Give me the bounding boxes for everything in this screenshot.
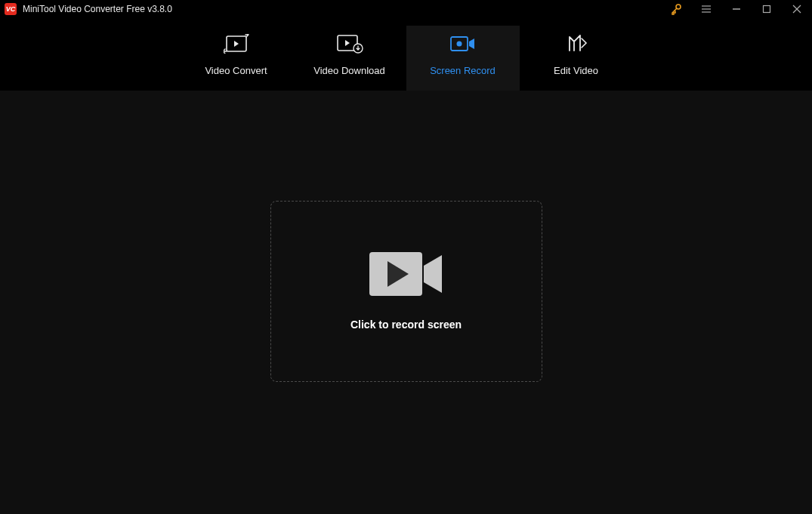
edit-video-icon xyxy=(565,33,588,54)
tab-label: Edit Video xyxy=(554,65,598,76)
tab-edit-video[interactable]: Edit Video xyxy=(520,26,633,91)
close-button[interactable] xyxy=(782,0,812,18)
tab-label: Video Download xyxy=(313,65,384,76)
svg-point-12 xyxy=(456,41,462,46)
key-icon[interactable] xyxy=(661,0,691,18)
screen-record-icon xyxy=(449,33,477,54)
video-download-icon xyxy=(336,33,363,54)
tabs-nav: Video Convert Video Download Screen Reco… xyxy=(0,18,812,91)
video-convert-icon xyxy=(224,33,249,54)
tab-label: Video Convert xyxy=(205,65,267,76)
camcorder-play-icon xyxy=(369,252,443,296)
titlebar: VC MiniTool Video Converter Free v3.8.0 xyxy=(0,0,812,18)
main-content: Click to record screen xyxy=(0,91,812,514)
tab-video-download[interactable]: Video Download xyxy=(293,26,406,91)
app-title: MiniTool Video Converter Free v3.8.0 xyxy=(23,4,172,14)
titlebar-controls xyxy=(661,0,812,18)
record-prompt-text: Click to record screen xyxy=(350,319,462,331)
hamburger-menu-icon[interactable] xyxy=(691,0,721,18)
app-logo-icon: VC xyxy=(5,3,17,15)
tab-label: Screen Record xyxy=(430,65,496,76)
tab-screen-record[interactable]: Screen Record xyxy=(406,26,520,91)
svg-rect-5 xyxy=(764,6,770,13)
maximize-button[interactable] xyxy=(752,0,782,18)
record-screen-button[interactable]: Click to record screen xyxy=(270,201,542,382)
tab-video-convert[interactable]: Video Convert xyxy=(180,26,293,91)
minimize-button[interactable] xyxy=(721,0,752,18)
